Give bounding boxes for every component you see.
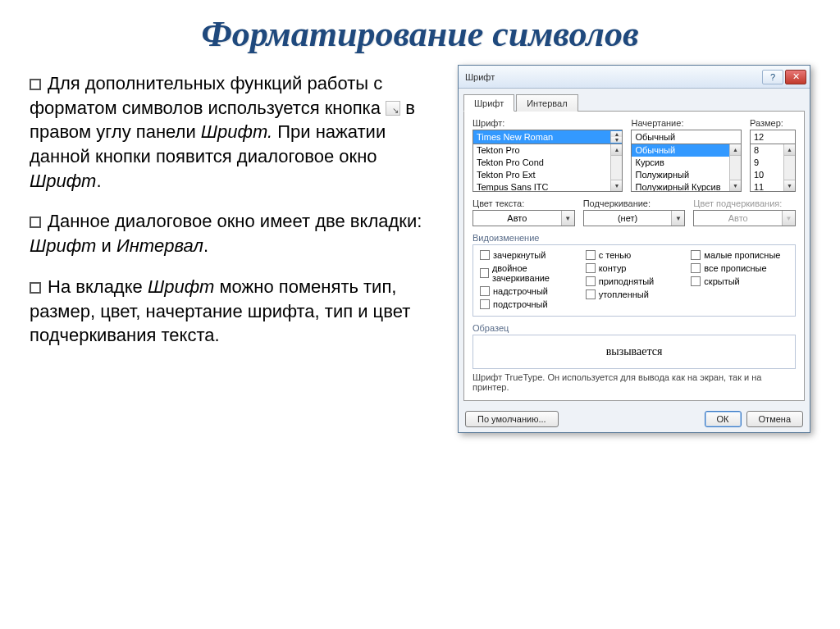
- bullet-icon: [30, 282, 41, 294]
- cb-outline[interactable]: контур: [586, 263, 683, 273]
- cb-subscript[interactable]: подстрочный: [480, 299, 578, 309]
- tab-font[interactable]: Шрифт: [463, 94, 514, 112]
- dialog-title: Шрифт: [465, 72, 760, 82]
- font-color-dropdown[interactable]: Авто▼: [472, 210, 575, 226]
- text-italic: Шрифт: [30, 171, 96, 191]
- cb-superscript[interactable]: надстрочный: [480, 286, 578, 296]
- size-listbox[interactable]: 8 9 10 11 12 ▲▼: [750, 144, 796, 192]
- underline-color-dropdown: Авто▼: [693, 210, 796, 226]
- text-italic: Интервал: [116, 235, 203, 256]
- cancel-button[interactable]: Отмена: [746, 411, 803, 427]
- dialog-launcher-icon: [386, 101, 400, 116]
- font-dialog: Шрифт ? ✕ Шрифт Интервал Шрифт: Times Ne…: [458, 65, 810, 433]
- font-input[interactable]: Times New Roman ▲▼: [472, 130, 623, 144]
- cb-double-strike[interactable]: двойное зачеркивание: [480, 263, 578, 283]
- sample-legend: Образец: [472, 323, 796, 333]
- text-italic: Шрифт.: [201, 121, 272, 142]
- ok-button[interactable]: ОК: [705, 411, 742, 427]
- text: Данное диалоговое окно имеет две вкладки…: [48, 211, 422, 231]
- close-button[interactable]: ✕: [785, 70, 806, 84]
- tab-interval[interactable]: Интервал: [516, 94, 578, 112]
- font-label: Шрифт:: [472, 118, 623, 128]
- page-title: Форматирование символов: [0, 13, 840, 55]
- font-listbox[interactable]: Tekton Pro Tekton Pro Cond Tekton Pro Ex…: [472, 144, 623, 192]
- text: На вкладке: [48, 276, 148, 297]
- effects-legend: Видоизменение: [472, 233, 796, 243]
- color-label: Цвет текста:: [472, 198, 575, 208]
- underline-color-label: Цвет подчеркивания:: [693, 198, 796, 208]
- cb-small-caps[interactable]: малые прописные: [691, 250, 788, 260]
- text-italic: Шрифт: [148, 276, 214, 297]
- cb-emboss[interactable]: приподнятый: [586, 276, 683, 286]
- text: Для дополнительных функций работы с форм…: [30, 73, 386, 118]
- help-button[interactable]: ?: [762, 70, 783, 84]
- style-listbox[interactable]: Обычный Курсив Полужирный Полужирный Кур…: [631, 144, 742, 192]
- bullet-icon: [30, 79, 41, 90]
- text-italic: Шрифт: [30, 235, 96, 256]
- scrollbar[interactable]: ▲▼: [729, 144, 741, 191]
- scrollbar[interactable]: ▲▼: [610, 144, 622, 191]
- underline-dropdown[interactable]: (нет)▼: [583, 210, 686, 226]
- underline-label: Подчеркивание:: [583, 198, 686, 208]
- cb-strikethrough[interactable]: зачеркнутый: [480, 250, 578, 260]
- size-input[interactable]: 12: [750, 130, 796, 144]
- text: и: [96, 235, 116, 256]
- preview-box: вызывается: [472, 335, 796, 369]
- scrollbar[interactable]: ▲▼: [783, 144, 795, 191]
- bullet-icon: [30, 217, 41, 228]
- description-text: Для дополнительных функций работы с форм…: [30, 65, 458, 433]
- cb-engrave[interactable]: утопленный: [586, 289, 683, 299]
- cb-hidden[interactable]: скрытый: [691, 276, 788, 286]
- text: .: [203, 235, 208, 256]
- default-button[interactable]: По умолчанию...: [465, 411, 559, 427]
- size-label: Размер:: [750, 118, 796, 128]
- cb-all-caps[interactable]: все прописные: [691, 263, 788, 273]
- text: .: [96, 171, 101, 191]
- style-label: Начертание:: [631, 118, 742, 128]
- style-input[interactable]: Обычный: [631, 130, 742, 144]
- cb-shadow[interactable]: с тенью: [586, 250, 683, 260]
- hint-text: Шрифт TrueType. Он используется для выво…: [472, 372, 796, 392]
